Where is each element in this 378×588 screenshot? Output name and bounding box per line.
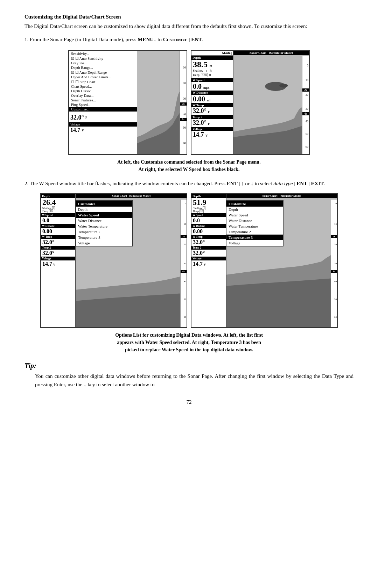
menu-sensitivity[interactable]: Sensitivity... — [69, 51, 137, 56]
section-heading: Customizing the Digital Data/Chart Scree… — [24, 14, 354, 20]
dd-item-wspeed-r[interactable]: Water Speed — [226, 212, 283, 218]
ent-label: ENT — [191, 37, 202, 42]
dd-item-temp3-r[interactable]: Temperature 3 — [226, 235, 283, 240]
step1-text: 1. From the Sonar Page (in Digital Data … — [24, 35, 354, 44]
down-arrow-1: ↓ — [154, 37, 156, 42]
page-number: 72 — [24, 399, 354, 405]
screen2-left: Depth 26.4 Shallow1 Deep10 W Speed 0.0 W… — [40, 193, 187, 328]
caption2: Options List for customizing Digital Dat… — [24, 331, 354, 353]
menu-chart-speed[interactable]: Chart Speed... — [69, 84, 137, 89]
pipe1: | — [188, 37, 191, 42]
wtemp-val-sr: 32.0° — [191, 239, 226, 246]
ent-3: ENT — [296, 181, 307, 186]
dd-item-wtemp-r[interactable]: Water Temperature — [226, 223, 283, 229]
dd-item-temp2-r[interactable]: Temperature 2 — [226, 229, 283, 235]
wtemp-header-right: W Temp — [191, 103, 233, 107]
menu-upper-lower[interactable]: Upper And Lower Limits... — [69, 75, 137, 79]
temp-unit-left: F — [85, 116, 88, 120]
customize-label: Customize — [163, 37, 188, 42]
scale-60-left: 60 — [183, 142, 186, 145]
caption1-line2: At right, the selected W Speed box flash… — [139, 167, 240, 172]
shallow-sl: Shallow1 — [41, 207, 75, 210]
temp2-value-right: 32.0° F — [191, 119, 233, 127]
dd-item-wtemp-l[interactable]: Water Temperature — [76, 223, 132, 229]
dd-item-depth-r[interactable]: Depth — [226, 207, 283, 212]
sc-20-r: 20 — [306, 93, 308, 96]
menu-overlay-data[interactable]: Overlay Data... — [69, 93, 137, 98]
scale-20-left: 20 — [183, 82, 186, 85]
tip-heading: Tip: — [24, 362, 354, 370]
dropdown-title-left: Customize — [76, 201, 132, 207]
menu-sonar-features[interactable]: Sonar Features... — [69, 98, 137, 102]
temp2-val-sl: 32.0° — [41, 250, 75, 257]
right-screen: Mode] Depth 38.5 ft Shallow1ft Deep100ft… — [191, 50, 310, 155]
dd-item-volt-l[interactable]: Voltage — [76, 240, 132, 246]
temp2-val-sr: 32.0° — [191, 250, 226, 257]
tip-body: You can customize other digital data win… — [24, 372, 354, 389]
step2-pre: 2. The W Speed window title bar flashes,… — [24, 181, 227, 186]
screens-row-1: Sensitivity... ☑ Auto Sensitivity Grayli… — [24, 50, 354, 155]
data-type-label: data type — [273, 181, 293, 186]
up-arrow-2: ↑ — [241, 181, 244, 186]
ent-2: ENT — [227, 181, 238, 186]
dd-item-temp3-l[interactable]: Temperature 3 — [76, 235, 132, 240]
svg-point-1 — [279, 84, 288, 88]
voltage-unit-left: V — [82, 128, 84, 132]
menu-depth-range[interactable]: Depth Range... — [69, 65, 137, 70]
menu-ping-speed[interactable]: Ping Speed... — [69, 102, 137, 107]
dd-item-temp2-l[interactable]: Temperature 2 — [76, 229, 132, 235]
shallow-row: Shallow1ft — [191, 69, 233, 73]
zoom-2x-right: 2x — [302, 88, 309, 92]
wspeed-val-sl: 0.0 — [41, 217, 75, 224]
intro-text: The Digital Data/Chart screen can be cus… — [24, 22, 354, 30]
deep-sl: Deep10 — [41, 210, 75, 213]
wdist-hdr-sr: W Distanc — [191, 224, 226, 228]
scale-40-left: 40 — [183, 113, 186, 116]
step1-mid: to — [156, 37, 163, 42]
dd-item-wdist-l[interactable]: Water Distance — [76, 218, 132, 223]
voltage-value-right: 14.7 V — [191, 131, 233, 139]
dd-item-wspeed-l[interactable]: Water Speed — [76, 212, 132, 218]
step2-end: . — [324, 181, 325, 186]
sc-0-r: 0 — [307, 64, 308, 67]
menu-auto-depth[interactable]: ☑ Auto Depth Range — [69, 70, 137, 75]
wdist-val-sr: 0.00 — [191, 228, 226, 235]
wdist-hdr-sl: W Distanc — [41, 224, 75, 228]
depth-value-right: 38.5 ft — [191, 60, 233, 69]
wdist-val-sl: 0.00 — [41, 228, 75, 235]
wtemp-hdr-sr: W Temp — [191, 235, 226, 239]
menu-stop-chart[interactable]: ☐ Stop Chart — [69, 79, 137, 84]
temp2-hdr-sl: Temp 2 — [41, 246, 75, 250]
wtemp-value-right: 32.0° F — [191, 107, 233, 115]
wspeed-value-right: 0.0 mph — [191, 82, 233, 91]
wdist-header-right: W Distance — [191, 91, 233, 95]
dd-item-wdist-r[interactable]: Water Distance — [226, 218, 283, 223]
dropdown-left: Customize Depth Water Speed Water Distan… — [75, 200, 133, 246]
screen2-right: Depth 51.9 Shallow1 Deep10 W Speed 0.0 W… — [191, 193, 338, 328]
chart-title-sl: Sonar Chart - [Simulator Mode] — [76, 194, 187, 198]
wtemp-val-sl: 32.0° — [41, 239, 75, 246]
caption2-line1: Options List for customizing Digital Dat… — [115, 332, 263, 338]
sc-30-r: 30 — [306, 107, 308, 110]
menu-auto-sensitivity[interactable]: ☑ Auto Sensitivity — [69, 56, 137, 61]
step2-text2: or — [244, 181, 251, 186]
volt-hdr-sr: Voltage — [191, 257, 226, 260]
dd-item-depth-l[interactable]: Depth — [76, 207, 132, 212]
volt-hdr-sl: Voltage — [41, 257, 75, 260]
menu-customize[interactable]: Customize... — [69, 107, 137, 112]
caption1: At left, the Customize command selected … — [24, 158, 354, 173]
wspeed-header-right: W Speed — [191, 78, 233, 82]
wspeed-hdr-sr: W Speed — [191, 213, 226, 217]
wdist-value-right: 0.00 mi — [191, 95, 233, 103]
menu-grayline[interactable]: Grayline... — [69, 61, 137, 65]
sc-60-r: 60 — [306, 145, 308, 149]
sc-10-r: 10 — [306, 79, 308, 82]
dropdown-title-right: Customize — [226, 201, 283, 207]
menu-depth-cursor[interactable]: Depth Cursor — [69, 89, 137, 93]
zoom-4x-right: 4x — [302, 112, 309, 115]
deep-sr: Deep10 — [191, 210, 226, 213]
volt-val-sl: 14.7 V — [41, 260, 75, 267]
left-screen: Sensitivity... ☑ Auto Sensitivity Grayli… — [68, 50, 187, 155]
dd-item-volt-r[interactable]: Voltage — [226, 240, 283, 246]
step2-pipe1: | — [238, 181, 241, 186]
